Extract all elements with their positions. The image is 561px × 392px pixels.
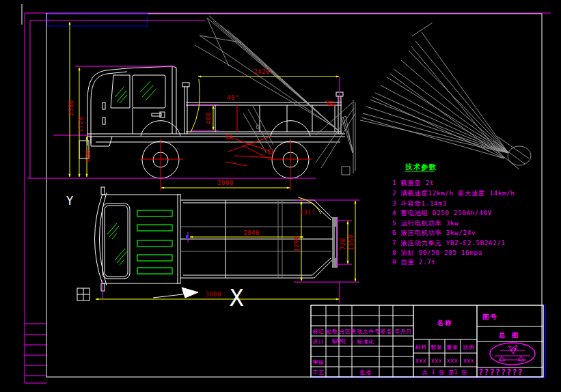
tech-item-4: 4 蓄电池组 D250 250Ah/48V bbox=[392, 209, 492, 216]
company-logo bbox=[490, 343, 535, 365]
dim-tip-angle: 40° bbox=[227, 94, 239, 101]
side-view-truck bbox=[79, 66, 345, 178]
rear-side-window bbox=[133, 75, 165, 108]
tb-sign: 签名 bbox=[381, 328, 392, 335]
cad-drawing: 2580 1720 680 2420 400 40° 2000 技术参数 1 载… bbox=[0, 0, 561, 392]
tech-item-3: 3 斗容量1.14m3 bbox=[392, 199, 447, 207]
viewport-box bbox=[48, 14, 148, 26]
dim-rear-angle: 131° bbox=[299, 209, 316, 216]
tb-process: 工艺 bbox=[313, 369, 325, 376]
dim-body-width: 1290 bbox=[293, 236, 300, 252]
dim-overall-length: 3800 bbox=[205, 291, 221, 298]
glass-hatch-plan bbox=[107, 223, 127, 265]
marker-y: Y bbox=[66, 194, 73, 208]
cad-canvas: 2580 1720 680 2420 400 40° 2000 技术参数 1 载… bbox=[0, 0, 561, 392]
tech-params: 技术参数 1 载重量 2t 2 满载速度12km/h 最大速度 14km/h 3… bbox=[392, 163, 515, 266]
tb-zone: 分区 bbox=[340, 328, 351, 335]
dim-wheelbase: 2000 bbox=[217, 180, 234, 186]
dim-bed-length: 2940 bbox=[243, 229, 260, 236]
tb-col-weight: 重量 bbox=[446, 344, 459, 350]
roof-louvers bbox=[137, 210, 172, 274]
tech-item-2: 2 满载速度12km/h 最大速度 14km/h bbox=[392, 189, 515, 197]
top-view-dimensions: 2940 3800 1290 720 1350 131° bbox=[96, 197, 359, 303]
direction-arrow bbox=[153, 288, 198, 298]
windshield-plan bbox=[102, 204, 130, 279]
tech-item-8: 8 油缸 90/50-285 16mpa bbox=[392, 249, 482, 256]
tb-standardization: 标准化 bbox=[357, 339, 374, 345]
tb-count: 处数 bbox=[327, 328, 338, 335]
tb-mark: 标记 bbox=[313, 328, 325, 335]
marker-x: X bbox=[230, 284, 244, 311]
side-view-dimensions: 2580 1720 680 2420 400 40° 2000 bbox=[27, 20, 340, 188]
mechanism-motion-study bbox=[342, 23, 531, 169]
tech-item-7: 7 液压动力单元 YBZ-E2.5B2A2/1 bbox=[392, 239, 506, 247]
tb-val-quantity: xxx bbox=[431, 358, 442, 364]
tb-designer-name: NAME 1 bbox=[332, 339, 354, 345]
tb-name-label: 名称 bbox=[437, 319, 453, 326]
frame-zone-boxes bbox=[25, 324, 46, 383]
tb-review: 审核 bbox=[313, 359, 325, 365]
snap-tick bbox=[186, 235, 188, 239]
tb-design: 设计 bbox=[313, 339, 325, 345]
tb-change-doc: 更改文件号 bbox=[351, 328, 381, 335]
tb-val-scale: xxx bbox=[463, 358, 474, 364]
dim-rear-width: 1350 bbox=[348, 234, 355, 251]
tech-item-1: 1 载重量 2t bbox=[392, 179, 434, 186]
tech-params-title: 技术参数 bbox=[405, 163, 437, 171]
dim-wall-height: 400 bbox=[205, 112, 212, 124]
tb-approve: 批准 bbox=[360, 369, 372, 376]
tb-col-material: 材料 bbox=[415, 344, 427, 350]
tech-item-5: 5 运行电机功率 3kw bbox=[392, 219, 459, 227]
tb-drawing-no-label: 图号 bbox=[482, 313, 498, 320]
section-symbol-box bbox=[77, 288, 90, 300]
tb-val-weight: xxx bbox=[447, 358, 458, 364]
tb-company: ???????? bbox=[478, 367, 523, 377]
tb-date: 年月日 bbox=[394, 328, 412, 335]
tb-col-scale: 比例 bbox=[463, 344, 475, 350]
dim-cab-height: 1720 bbox=[77, 116, 84, 132]
dim-frame-height: 680 bbox=[85, 150, 92, 162]
tech-item-6: 6 液压电机功率 3kw/24v bbox=[392, 229, 476, 236]
title-block: 标记 处数 分区 更改文件号 签名 年月日 设计 NAME 1 标准化 审核 工… bbox=[311, 305, 543, 377]
tb-sheet-info: 共 1 张 第1 张 bbox=[422, 369, 467, 376]
glass-hatch-side bbox=[115, 81, 156, 103]
tech-item-9: 9 自重 2.7t bbox=[392, 258, 436, 266]
side-tip-trajectory bbox=[195, 16, 355, 175]
tipping-linkage bbox=[140, 101, 336, 191]
dim-rear-door-width: 720 bbox=[340, 238, 346, 250]
dim-overall-height: 2580 bbox=[68, 100, 74, 116]
tb-col-quantity: 数量 bbox=[431, 344, 443, 350]
dim-tipped-length: 2420 bbox=[254, 68, 270, 75]
tb-val-material: xxx bbox=[415, 358, 426, 364]
tb-drawing-title: 总 图 bbox=[498, 331, 520, 339]
cargo-bed bbox=[182, 83, 343, 134]
